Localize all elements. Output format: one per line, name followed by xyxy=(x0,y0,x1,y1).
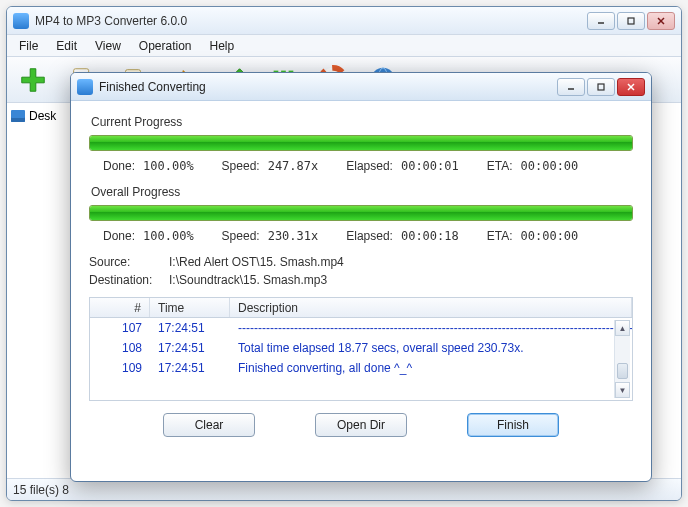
minimize-button[interactable] xyxy=(587,12,615,30)
menu-file[interactable]: File xyxy=(11,37,46,55)
add-icon[interactable] xyxy=(13,61,53,99)
log-cell-time: 17:24:51 xyxy=(150,361,230,375)
overall-progress-fill xyxy=(90,206,632,220)
current-progress-label: Current Progress xyxy=(91,115,633,129)
log-list[interactable]: # Time Description 107 17:24:51 --------… xyxy=(89,297,633,401)
overall-elapsed-label: Elapsed: xyxy=(346,229,393,243)
log-cell-time: 17:24:51 xyxy=(150,341,230,355)
dialog-body: Current Progress Done: 100.00% Speed: 24… xyxy=(71,101,651,445)
current-progressbar xyxy=(89,135,633,151)
log-cell-desc: Finished converting, all done ^_^ xyxy=(230,361,632,375)
tree-item-label: Desk xyxy=(29,109,56,123)
destination-label: Destination: xyxy=(89,273,169,287)
window-controls xyxy=(587,12,675,30)
menu-help[interactable]: Help xyxy=(202,37,243,55)
dialog-titlebar[interactable]: Finished Converting xyxy=(71,73,651,101)
destination-row: Destination: I:\Soundtrack\15. Smash.mp3 xyxy=(89,273,633,287)
dialog-app-icon xyxy=(77,79,93,95)
log-col-description[interactable]: Description xyxy=(230,298,632,317)
log-cell-index: 109 xyxy=(90,361,150,375)
overall-done-label: Done: xyxy=(103,229,135,243)
dialog-window-controls xyxy=(557,78,645,96)
scroll-down-icon[interactable]: ▼ xyxy=(615,382,630,398)
monitor-icon xyxy=(11,110,25,122)
log-cell-desc: Total time elapsed 18.77 secs, overall s… xyxy=(230,341,632,355)
current-speed-value: 247.87x xyxy=(268,159,319,173)
dialog-minimize-button[interactable] xyxy=(557,78,585,96)
current-stats: Done: 100.00% Speed: 247.87x Elapsed: 00… xyxy=(103,159,633,173)
source-value: I:\Red Alert OST\15. Smash.mp4 xyxy=(169,255,633,269)
source-label: Source: xyxy=(89,255,169,269)
app-icon xyxy=(13,13,29,29)
scroll-up-icon[interactable]: ▲ xyxy=(615,320,630,336)
overall-progress-label: Overall Progress xyxy=(91,185,633,199)
dialog-buttons: Clear Open Dir Finish xyxy=(89,413,633,437)
overall-eta-label: ETA: xyxy=(487,229,513,243)
dialog-close-button[interactable] xyxy=(617,78,645,96)
log-cell-index: 108 xyxy=(90,341,150,355)
log-scrollbar[interactable]: ▲ ▼ xyxy=(614,320,630,398)
main-titlebar[interactable]: MP4 to MP3 Converter 6.0.0 xyxy=(7,7,681,35)
log-cell-desc: ----------------------------------------… xyxy=(230,321,632,335)
current-elapsed-value: 00:00:01 xyxy=(401,159,459,173)
current-done-label: Done: xyxy=(103,159,135,173)
finish-button[interactable]: Finish xyxy=(467,413,559,437)
overall-eta-value: 00:00:00 xyxy=(521,229,579,243)
overall-speed-value: 230.31x xyxy=(268,229,319,243)
dialog-title: Finished Converting xyxy=(99,80,557,94)
log-row[interactable]: 109 17:24:51 Finished converting, all do… xyxy=(90,358,632,378)
progress-dialog: Finished Converting Current Progress Don… xyxy=(70,72,652,482)
open-dir-button[interactable]: Open Dir xyxy=(315,413,407,437)
overall-done-value: 100.00% xyxy=(143,229,194,243)
close-button[interactable] xyxy=(647,12,675,30)
overall-elapsed-value: 00:00:18 xyxy=(401,229,459,243)
log-row[interactable]: 107 17:24:51 ---------------------------… xyxy=(90,318,632,338)
destination-value: I:\Soundtrack\15. Smash.mp3 xyxy=(169,273,633,287)
overall-speed-label: Speed: xyxy=(222,229,260,243)
menu-operation[interactable]: Operation xyxy=(131,37,200,55)
current-elapsed-label: Elapsed: xyxy=(346,159,393,173)
tree-pane[interactable]: Desk xyxy=(7,103,79,478)
current-eta-value: 00:00:00 xyxy=(521,159,579,173)
clear-button[interactable]: Clear xyxy=(163,413,255,437)
overall-progressbar xyxy=(89,205,633,221)
overall-stats: Done: 100.00% Speed: 230.31x Elapsed: 00… xyxy=(103,229,633,243)
current-eta-label: ETA: xyxy=(487,159,513,173)
log-header: # Time Description xyxy=(90,298,632,318)
log-col-index[interactable]: # xyxy=(90,298,150,317)
current-speed-label: Speed: xyxy=(222,159,260,173)
scroll-thumb[interactable] xyxy=(617,363,628,379)
log-cell-time: 17:24:51 xyxy=(150,321,230,335)
log-col-time[interactable]: Time xyxy=(150,298,230,317)
maximize-button[interactable] xyxy=(617,12,645,30)
status-text: 15 file(s) 8 xyxy=(13,483,69,497)
menubar: File Edit View Operation Help xyxy=(7,35,681,57)
menu-edit[interactable]: Edit xyxy=(48,37,85,55)
svg-rect-1 xyxy=(628,18,634,24)
log-cell-index: 107 xyxy=(90,321,150,335)
tree-item-desktop[interactable]: Desk xyxy=(9,107,76,125)
svg-rect-22 xyxy=(598,84,604,90)
menu-view[interactable]: View xyxy=(87,37,129,55)
current-progress-fill xyxy=(90,136,632,150)
main-title: MP4 to MP3 Converter 6.0.0 xyxy=(35,14,587,28)
log-rows: 107 17:24:51 ---------------------------… xyxy=(90,318,632,378)
source-row: Source: I:\Red Alert OST\15. Smash.mp4 xyxy=(89,255,633,269)
current-done-value: 100.00% xyxy=(143,159,194,173)
dialog-maximize-button[interactable] xyxy=(587,78,615,96)
log-row[interactable]: 108 17:24:51 Total time elapsed 18.77 se… xyxy=(90,338,632,358)
